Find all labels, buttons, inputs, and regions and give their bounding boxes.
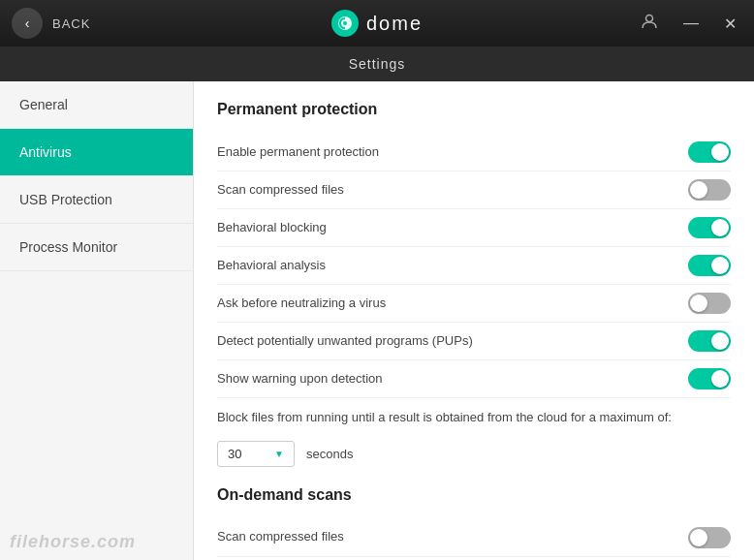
setting-label-behavioral-analysis: Behavioral analysis — [217, 257, 676, 274]
user-icon[interactable] — [635, 11, 664, 36]
setting-detect-pups: Detect potentially unwanted programs (PU… — [217, 323, 731, 360]
setting-label-scan-compressed: Scan compressed files — [217, 181, 676, 199]
setting-od-scan-compressed: Scan compressed files — [217, 519, 731, 557]
setting-show-warning: Show warning upon detection — [217, 360, 731, 398]
toggle-scan-compressed[interactable] — [688, 179, 731, 201]
setting-od-detect-pups: Detect potentially unwanted programs (PU… — [217, 557, 731, 561]
toggle-detect-pups[interactable] — [688, 330, 731, 352]
svg-point-1 — [343, 21, 347, 25]
svg-point-2 — [646, 16, 653, 22]
minimize-button[interactable]: — — [677, 13, 705, 34]
sidebar-item-process-monitor[interactable]: Process Monitor — [0, 224, 193, 271]
content-area: Permanent protection Enable permanent pr… — [194, 81, 754, 560]
setting-enable-perm: Enable permanent protection — [217, 134, 731, 171]
sidebar-item-usb-protection[interactable]: USB Protection — [0, 176, 193, 224]
setting-label-show-warning: Show warning upon detection — [217, 370, 676, 388]
logo-text: dome — [366, 13, 423, 35]
on-demand-scans-title: On-demand scans — [217, 486, 731, 504]
toggle-od-scan-compressed[interactable] — [688, 527, 731, 548]
sidebar-item-general[interactable]: General — [0, 81, 193, 129]
block-text: Block files from running until a result … — [217, 398, 731, 433]
back-label: BACK — [52, 16, 90, 31]
setting-label-enable-perm: Enable permanent protection — [217, 143, 676, 161]
toggle-show-warning[interactable] — [688, 368, 731, 389]
toggle-enable-perm[interactable] — [688, 141, 731, 163]
dropdown-value: 30 — [228, 447, 267, 461]
setting-scan-compressed: Scan compressed files — [217, 171, 731, 209]
title-bar-left: ‹ BACK — [12, 8, 90, 39]
sidebar-item-antivirus[interactable]: Antivirus — [0, 129, 193, 176]
toggle-behavioral-analysis[interactable] — [688, 255, 731, 276]
seconds-dropdown[interactable]: 30 ▼ — [217, 441, 295, 467]
setting-label-behavioral-blocking: Behavioral blocking — [217, 219, 676, 236]
setting-label-detect-pups: Detect potentially unwanted programs (PU… — [217, 332, 676, 350]
logo-icon — [331, 10, 359, 37]
sidebar: General Antivirus USB Protection Process… — [0, 81, 194, 560]
back-button[interactable]: ‹ — [12, 8, 43, 39]
logo-area: dome — [331, 10, 423, 37]
title-bar: ‹ BACK dome — ✕ — [0, 0, 754, 47]
toggle-behavioral-blocking[interactable] — [688, 217, 731, 238]
settings-title: Settings — [349, 56, 406, 72]
dropdown-row: 30 ▼ seconds — [217, 433, 731, 481]
title-bar-right: — ✕ — [635, 11, 742, 36]
settings-header: Settings — [0, 47, 754, 81]
setting-label-od-scan-compressed: Scan compressed files — [217, 528, 676, 545]
setting-behavioral-analysis: Behavioral analysis — [217, 247, 731, 285]
close-button[interactable]: ✕ — [718, 13, 742, 35]
setting-label-ask-neutralize: Ask before neutralizing a virus — [217, 295, 676, 312]
setting-behavioral-blocking: Behavioral blocking — [217, 209, 731, 247]
setting-ask-neutralize: Ask before neutralizing a virus — [217, 285, 731, 323]
dropdown-arrow-icon: ▼ — [274, 449, 284, 459]
dropdown-unit: seconds — [306, 447, 353, 461]
permanent-protection-title: Permanent protection — [217, 101, 731, 118]
toggle-ask-neutralize[interactable] — [688, 293, 731, 314]
main-layout: General Antivirus USB Protection Process… — [0, 81, 754, 560]
